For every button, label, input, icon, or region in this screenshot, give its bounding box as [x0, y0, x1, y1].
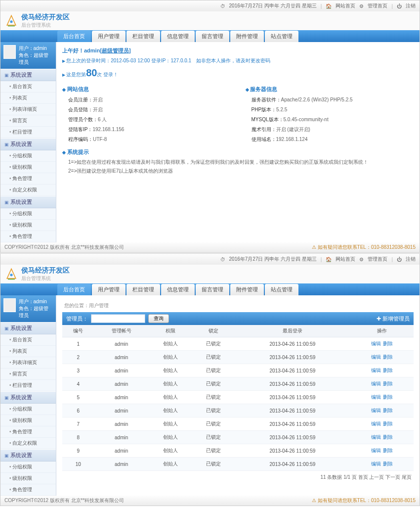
tab-3[interactable]: 信息管理: [161, 284, 195, 295]
menu-item[interactable]: 分组权限: [0, 208, 56, 220]
delete-link[interactable]: 删除: [383, 448, 393, 453]
menu-group[interactable]: 系统设置: [0, 391, 56, 404]
pager[interactable]: 11 条数据 1/1 页 首页 上一页 下一页 尾页: [62, 471, 414, 484]
menu-item[interactable]: 分组权限: [0, 462, 56, 473]
edit-link[interactable]: 编辑: [371, 408, 381, 413]
tab-2[interactable]: 栏目管理: [126, 284, 160, 295]
menu-item[interactable]: 自定义权限: [0, 438, 56, 449]
delete-link[interactable]: 删除: [383, 368, 393, 373]
menu-group[interactable]: 系统设置: [0, 69, 56, 81]
search-button[interactable]: 查询: [148, 314, 169, 323]
tab-6[interactable]: 站点管理: [265, 284, 298, 295]
search-label: 管理员：: [66, 315, 88, 323]
delete-link[interactable]: 删除: [383, 408, 393, 413]
menu-item[interactable]: 栏目管理: [0, 127, 56, 138]
admin-home-link[interactable]: 管理首页: [368, 256, 387, 263]
table-row: 3admin创始人已锁定2013-04-26 11:00:59编辑删除: [62, 364, 414, 377]
delete-link[interactable]: 删除: [383, 434, 393, 440]
info-row: 服务器软件：Apache/2.2.6 (Win32) PHP/5.2.5: [246, 95, 414, 105]
footer: COPYRIGHT©2012 版权所有 北京**科技发展有限公司 ⚠ 如有疑问请…: [0, 242, 420, 252]
tab-5[interactable]: 附件管理: [230, 31, 264, 42]
menu-item[interactable]: 级别权限: [0, 415, 56, 426]
edit-link[interactable]: 编辑: [371, 381, 381, 386]
tips-title: 系统提示: [62, 148, 414, 156]
menu-item[interactable]: 级别权限: [0, 220, 56, 231]
logout-link[interactable]: 注销: [406, 2, 416, 9]
menu-item[interactable]: 角色管理: [0, 484, 56, 496]
admin-search-input[interactable]: [91, 314, 145, 323]
search-bar: 管理员： 查询 新增管理员: [62, 312, 414, 325]
edit-link[interactable]: 编辑: [371, 354, 381, 360]
delete-link[interactable]: 删除: [383, 381, 393, 386]
site-home-link[interactable]: 网站首页: [336, 2, 355, 9]
menu-item[interactable]: 留言页: [0, 115, 56, 127]
delete-link[interactable]: 删除: [383, 421, 393, 426]
table-row: 10admin创始人已锁定2013-04-26 11:00:59编辑删除: [62, 458, 414, 471]
menu-item[interactable]: 级别权限: [0, 162, 56, 173]
avatar: [3, 298, 16, 312]
delete-link[interactable]: 删除: [383, 341, 393, 346]
tab-5[interactable]: 附件管理: [230, 284, 264, 295]
tab-2[interactable]: 栏目管理: [126, 31, 160, 42]
tab-1[interactable]: 用户管理: [92, 31, 126, 42]
edit-link[interactable]: 编辑: [371, 421, 381, 426]
site-home-link[interactable]: 网站首页: [336, 256, 355, 263]
edit-link[interactable]: 编辑: [371, 448, 381, 453]
menu-item[interactable]: 列表详细页: [0, 357, 56, 369]
menu-group[interactable]: 系统设置: [0, 138, 56, 150]
topbar-date: 2016年7月27日 丙申年 六月廿四 星期三: [229, 2, 317, 9]
edit-link[interactable]: 编辑: [371, 368, 381, 373]
col-header: 锁定: [192, 325, 235, 337]
delete-link[interactable]: 删除: [383, 354, 393, 360]
col-header: 最后登录: [235, 325, 350, 337]
info-row: 程序编码：UTF-8: [62, 135, 231, 144]
edit-link[interactable]: 编辑: [371, 434, 381, 440]
add-admin-button[interactable]: 新增管理员: [377, 315, 410, 323]
tab-4[interactable]: 留言管理: [196, 31, 229, 42]
menu-item[interactable]: 列表详细页: [0, 104, 56, 115]
site-info-title: 网站信息: [62, 86, 231, 93]
menu-item[interactable]: 级别权限: [0, 473, 56, 484]
gear-icon: ⚙: [359, 257, 364, 262]
file-listing: cssimagesjsbottom.htmlChrome HTML Docu…1…: [0, 507, 420, 510]
sidebar: 用户：admin 角色：超级管理员 系统设置后台首页列表页列表详细页留言页栏目管…: [0, 42, 56, 242]
menu-item[interactable]: 后台首页: [0, 81, 56, 93]
tab-4[interactable]: 留言管理: [196, 284, 229, 295]
menu-item[interactable]: 栏目管理: [0, 380, 56, 391]
menu-item[interactable]: 角色管理: [0, 426, 56, 438]
edit-link[interactable]: 编辑: [371, 461, 381, 466]
menu-item[interactable]: 角色管理: [0, 173, 56, 185]
main-content: 上午好！admin[超级管理员] 您上次的登录时间：2012-05-03 12:…: [56, 42, 420, 242]
menu-group[interactable]: 系统设置: [0, 196, 56, 208]
menu-item[interactable]: 后台首页: [0, 334, 56, 346]
edit-link[interactable]: 编辑: [371, 341, 381, 346]
col-header: 操作: [350, 325, 414, 337]
login-count: 80: [86, 67, 97, 78]
menu-item[interactable]: 角色管理: [0, 231, 56, 242]
logout-link[interactable]: 注销: [406, 256, 416, 263]
menu-item[interactable]: 分组权限: [0, 404, 56, 415]
menu-item[interactable]: 自定义权限: [0, 185, 56, 196]
menu-group[interactable]: 系统设置: [0, 449, 56, 462]
edit-link[interactable]: 编辑: [371, 394, 381, 400]
delete-link[interactable]: 删除: [383, 394, 393, 400]
admin-home-link[interactable]: 管理首页: [368, 2, 387, 9]
role-link[interactable]: [超级管理员]: [100, 47, 130, 53]
power-icon: ⏻: [397, 3, 402, 9]
tab-1[interactable]: 用户管理: [92, 284, 126, 295]
tab-0[interactable]: 后台首页: [57, 284, 91, 295]
topbar: ⏱ 2016年7月27日 丙申年 六月廿四 星期三 | 🏠 网站首页 ⚙ 管理首…: [0, 0, 420, 11]
table-row: 1admin创始人已锁定2013-04-26 11:00:59编辑删除: [62, 337, 414, 351]
site-subtitle: 后台管理系统: [21, 22, 70, 29]
logo-icon: [4, 267, 18, 281]
tab-0[interactable]: 后台首页: [57, 31, 91, 42]
tab-6[interactable]: 站点管理: [265, 31, 298, 42]
menu-group[interactable]: 系统设置: [0, 322, 56, 334]
tab-3[interactable]: 信息管理: [161, 31, 195, 42]
menu-item[interactable]: 列表页: [0, 346, 56, 357]
menu-item[interactable]: 留言页: [0, 369, 56, 380]
menu-item[interactable]: 分组权限: [0, 150, 56, 162]
contact-tel: 如有疑问请您联系TEL：010-88312038-8015: [318, 244, 416, 250]
menu-item[interactable]: 列表页: [0, 93, 56, 104]
delete-link[interactable]: 删除: [383, 461, 393, 466]
